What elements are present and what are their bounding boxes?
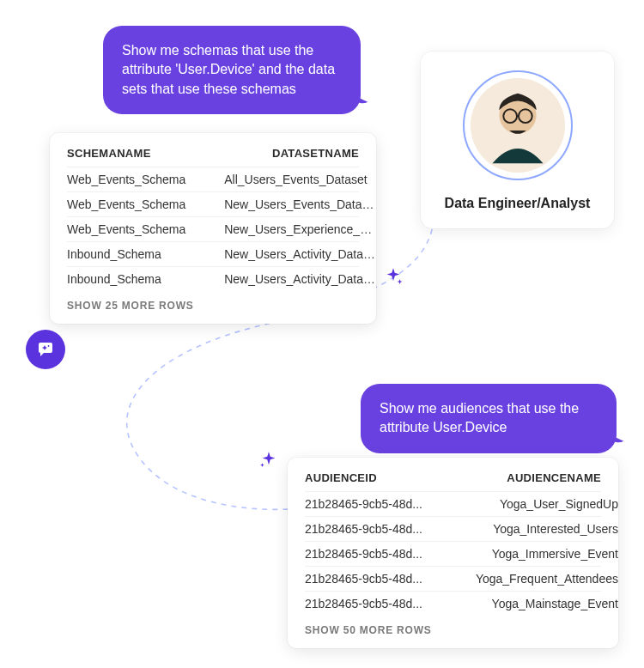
cell-datasetname: All_Users_Events_Dataset xyxy=(224,173,376,186)
cell-datasetname: New_Users_Experience_Ev... xyxy=(224,222,376,236)
table-row: Web_Events_Schema New_Users_Experience_E… xyxy=(67,216,359,241)
cell-audienceid: 21b28465-9cb5-48d... xyxy=(305,547,447,561)
cell-schemaname: Web_Events_Schema xyxy=(67,222,207,236)
column-header-schemaname: SCHEMANAME xyxy=(67,147,151,160)
column-header-audienceid: AUDIENCEID xyxy=(305,471,377,484)
cell-audiencename: Yoga_Immersive_Event xyxy=(465,547,618,561)
results-card-schemas: SCHEMANAME DATASETNAME Web_Events_Schema… xyxy=(50,133,376,324)
cell-datasetname: New_Users_Events_Dataset xyxy=(224,197,376,211)
cell-audienceid: 21b28465-9cb5-48d... xyxy=(305,497,447,511)
table-row: 21b28465-9cb5-48d... Yoga_User_SignedUp xyxy=(305,491,601,516)
table-row: 21b28465-9cb5-48d... Yoga_Immersive_Even… xyxy=(305,541,601,566)
cell-datasetname: New_Users_Activity_Dataset xyxy=(224,272,376,286)
table-row: Inbound_Schema New_Users_Activity_Datase… xyxy=(67,266,359,291)
column-header-datasetname: DATASETNAME xyxy=(272,147,359,160)
table-row: Web_Events_Schema New_Users_Events_Datas… xyxy=(67,191,359,216)
persona-title: Data Engineer/Analyst xyxy=(436,196,598,211)
avatar xyxy=(463,70,573,180)
show-more-rows-link[interactable]: SHOW 25 MORE ROWS xyxy=(67,291,359,312)
chat-bubble-text: Show me schemas that use the attribute '… xyxy=(122,43,335,96)
persona-card: Data Engineer/Analyst xyxy=(421,52,614,228)
cell-schemaname: Web_Events_Schema xyxy=(67,197,207,211)
table-row: 21b28465-9cb5-48d... Yoga_Frequent_Atten… xyxy=(305,566,601,591)
chat-bubble-audiences-request: Show me audiences that use the attribute… xyxy=(361,384,617,453)
table-row: Inbound_Schema New_Users_Activity_Datase… xyxy=(67,241,359,266)
table-row: 21b28465-9cb5-48d... Yoga_Interested_Use… xyxy=(305,516,601,541)
cell-audienceid: 21b28465-9cb5-48d... xyxy=(305,597,447,610)
cell-schemaname: Inbound_Schema xyxy=(67,247,207,261)
chat-sparkle-icon xyxy=(35,339,56,360)
chat-bubble-schemas-request: Show me schemas that use the attribute '… xyxy=(103,26,361,114)
cell-audiencename: Yoga_Frequent_Attendees xyxy=(465,572,618,586)
cell-schemaname: Inbound_Schema xyxy=(67,272,207,286)
chat-bubble-text: Show me audiences that use the attribute… xyxy=(380,401,579,434)
chat-fab-button[interactable] xyxy=(26,330,65,369)
svg-point-5 xyxy=(48,345,50,347)
cell-audiencename: Yoga_Mainstage_Event xyxy=(465,597,618,610)
show-more-rows-link[interactable]: SHOW 50 MORE ROWS xyxy=(305,616,601,636)
results-card-audiences: AUDIENCEID AUDIENCENAME 21b28465-9cb5-48… xyxy=(288,458,618,648)
cell-datasetname: New_Users_Activity_Dataset xyxy=(224,247,376,261)
cell-audiencename: Yoga_Interested_Users xyxy=(465,522,618,536)
sparkle-icon xyxy=(258,450,280,476)
column-header-audiencename: AUDIENCENAME xyxy=(507,471,601,484)
cell-audiencename: Yoga_User_SignedUp xyxy=(465,497,618,511)
table-row: Web_Events_Schema All_Users_Events_Datas… xyxy=(67,167,359,191)
table-row: 21b28465-9cb5-48d... Yoga_Mainstage_Even… xyxy=(305,591,601,616)
sparkle-icon xyxy=(382,266,404,292)
cell-audienceid: 21b28465-9cb5-48d... xyxy=(305,522,447,536)
avatar-illustration xyxy=(467,75,568,176)
cell-audienceid: 21b28465-9cb5-48d... xyxy=(305,572,447,586)
cell-schemaname: Web_Events_Schema xyxy=(67,173,207,186)
